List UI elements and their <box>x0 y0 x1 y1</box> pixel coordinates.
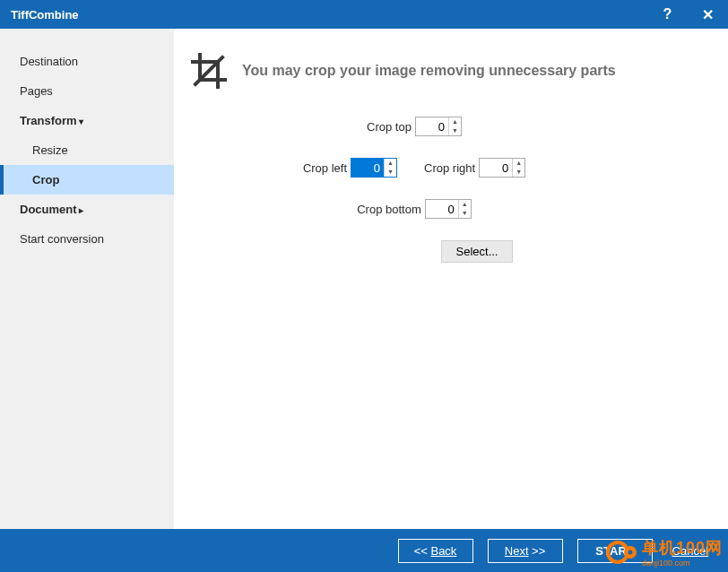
title-bar: TiffCombine ? ✕ <box>0 0 728 29</box>
crop-bottom-arrows: ▲ ▼ <box>458 200 471 218</box>
sidebar-group-transform[interactable]: Transform <box>0 106 174 135</box>
crop-bottom-up[interactable]: ▲ <box>459 200 471 209</box>
sidebar-item-start-conversion[interactable]: Start conversion <box>0 224 174 254</box>
crop-left-spinner[interactable]: ▲ ▼ <box>351 158 397 178</box>
crop-bottom-input[interactable] <box>426 200 458 218</box>
crop-bottom-field: Crop bottom ▲ ▼ <box>357 199 472 219</box>
crop-right-label: Crop right <box>424 161 475 175</box>
close-icon: ✕ <box>702 6 714 23</box>
crop-bottom-spinner[interactable]: ▲ ▼ <box>425 199 472 219</box>
crop-left-up[interactable]: ▲ <box>385 159 396 168</box>
crop-right-input[interactable] <box>480 159 512 177</box>
crop-left-field: Crop left ▲ ▼ <box>303 158 397 178</box>
sidebar-item-resize[interactable]: Resize <box>0 135 174 165</box>
crop-top-field: Crop top ▲ ▼ <box>367 117 462 136</box>
crop-top-arrows: ▲ ▼ <box>448 117 461 135</box>
page-heading: You may crop your image removing unneces… <box>242 63 616 79</box>
crop-left-arrows: ▲ ▼ <box>384 159 396 177</box>
crop-right-field: Crop right ▲ ▼ <box>424 158 525 178</box>
crop-top-spinner[interactable]: ▲ ▼ <box>415 117 462 136</box>
sidebar-item-pages[interactable]: Pages <box>0 76 174 106</box>
app-title: TiffCombine <box>11 8 79 22</box>
sidebar-group-document[interactable]: Document <box>0 195 174 224</box>
content-pane: You may crop your image removing unneces… <box>174 29 728 529</box>
crop-bottom-down[interactable]: ▼ <box>459 209 471 218</box>
crop-icon <box>190 52 228 90</box>
sidebar-item-crop[interactable]: Crop <box>0 165 174 195</box>
crop-top-input[interactable] <box>416 117 448 135</box>
crop-top-up[interactable]: ▲ <box>449 117 461 126</box>
close-button[interactable]: ✕ <box>688 0 728 29</box>
crop-right-arrows: ▲ ▼ <box>512 159 524 177</box>
help-button[interactable]: ? <box>647 0 688 29</box>
crop-left-label: Crop left <box>303 161 347 175</box>
cancel-button[interactable]: Cancel <box>667 540 714 562</box>
sidebar: Destination Pages Transform Resize Crop … <box>0 29 174 529</box>
sidebar-item-destination[interactable]: Destination <box>0 47 174 76</box>
select-button[interactable]: Select... <box>441 240 514 263</box>
crop-top-label: Crop top <box>367 120 412 134</box>
crop-left-input[interactable] <box>351 159 384 177</box>
crop-right-spinner[interactable]: ▲ ▼ <box>479 158 525 178</box>
crop-right-down[interactable]: ▼ <box>513 168 524 177</box>
dialog-body: Destination Pages Transform Resize Crop … <box>0 29 728 529</box>
heading-row: You may crop your image removing unneces… <box>190 52 712 90</box>
crop-grid: Crop top ▲ ▼ Crop left <box>217 117 611 263</box>
crop-top-down[interactable]: ▼ <box>449 126 461 135</box>
footer-bar: << Back Next >> START Cancel 单机100网 danj… <box>0 529 728 572</box>
crop-left-down[interactable]: ▼ <box>385 168 396 177</box>
next-button[interactable]: Next >> <box>488 539 563 563</box>
crop-right-up[interactable]: ▲ <box>513 159 524 168</box>
help-icon: ? <box>663 6 672 22</box>
start-button[interactable]: START <box>577 539 653 563</box>
crop-bottom-label: Crop bottom <box>357 203 421 216</box>
back-button[interactable]: << Back <box>398 539 473 563</box>
